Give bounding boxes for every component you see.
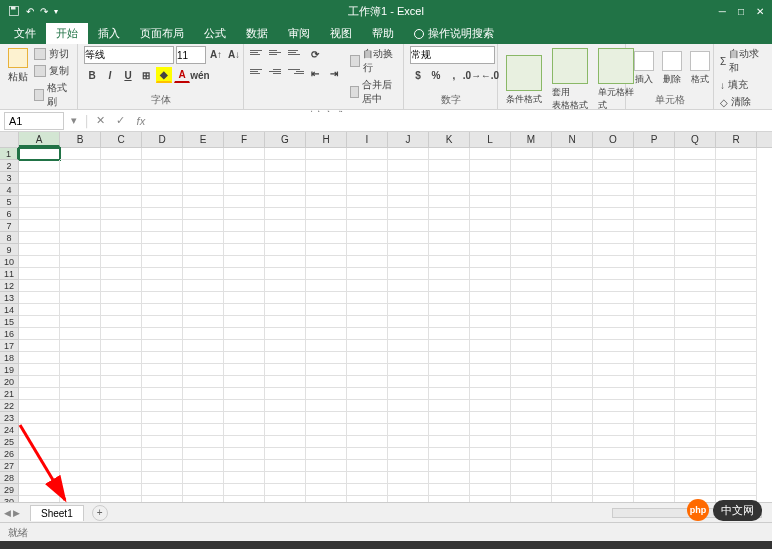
cell[interactable] [675,424,716,436]
cell[interactable] [675,256,716,268]
format-as-table-button[interactable]: 套用 表格格式 [550,46,590,114]
cell[interactable] [511,292,552,304]
cell[interactable] [224,280,265,292]
cell[interactable] [388,388,429,400]
cell[interactable] [306,316,347,328]
cell[interactable] [675,148,716,160]
cell[interactable] [306,256,347,268]
cell[interactable] [60,484,101,496]
cell[interactable] [19,388,60,400]
row-header[interactable]: 5 [0,196,19,208]
cell[interactable] [470,472,511,484]
cell[interactable] [224,448,265,460]
cell[interactable] [470,196,511,208]
cell[interactable] [716,436,757,448]
cell[interactable] [675,196,716,208]
cell[interactable] [224,292,265,304]
cell[interactable] [142,232,183,244]
cell[interactable] [347,304,388,316]
cell[interactable] [347,196,388,208]
cell[interactable] [470,148,511,160]
cell[interactable] [552,208,593,220]
insert-function-icon[interactable]: fx [131,115,151,127]
cell[interactable] [224,208,265,220]
cell[interactable] [470,184,511,196]
cell[interactable] [101,220,142,232]
cell[interactable] [101,448,142,460]
cell[interactable] [552,448,593,460]
row-header[interactable]: 9 [0,244,19,256]
column-header[interactable]: R [716,132,757,147]
font-color-button[interactable]: A [174,67,190,83]
cell[interactable] [60,376,101,388]
cell[interactable] [388,328,429,340]
cell[interactable] [634,436,675,448]
cell[interactable] [142,268,183,280]
tab-审阅[interactable]: 审阅 [278,23,320,44]
cell[interactable] [388,424,429,436]
cell[interactable] [101,304,142,316]
cell[interactable] [470,292,511,304]
cell[interactable] [470,256,511,268]
cell[interactable] [675,184,716,196]
cell[interactable] [388,340,429,352]
cell[interactable] [593,484,634,496]
cell[interactable] [552,460,593,472]
cell[interactable] [675,304,716,316]
align-top-button[interactable] [250,46,266,58]
cell[interactable] [593,196,634,208]
number-format-select[interactable] [410,46,495,64]
redo-icon[interactable]: ↷ [40,6,48,17]
cell[interactable] [552,172,593,184]
enter-formula-icon[interactable]: ✓ [111,114,131,127]
cell[interactable] [716,340,757,352]
cell[interactable] [306,292,347,304]
sheet-nav-next-icon[interactable]: ▶ [13,508,20,518]
cell[interactable] [429,160,470,172]
row-header[interactable]: 26 [0,448,19,460]
cell[interactable] [19,340,60,352]
cell[interactable] [593,172,634,184]
cell[interactable] [716,304,757,316]
cell[interactable] [142,364,183,376]
cell[interactable] [470,208,511,220]
cell[interactable] [675,328,716,340]
cell[interactable] [552,388,593,400]
sheet-tab-sheet1[interactable]: Sheet1 [30,505,84,521]
cell[interactable] [716,412,757,424]
cell[interactable] [347,436,388,448]
cell[interactable] [388,280,429,292]
cell[interactable] [60,424,101,436]
cell[interactable] [429,484,470,496]
cell[interactable] [142,172,183,184]
cell[interactable] [634,268,675,280]
cell[interactable] [388,460,429,472]
cell[interactable] [634,400,675,412]
cell[interactable] [306,424,347,436]
cell[interactable] [634,256,675,268]
cell[interactable] [265,472,306,484]
cell[interactable] [388,436,429,448]
cell[interactable] [19,220,60,232]
comma-format-button[interactable]: , [446,67,462,83]
cell[interactable] [716,328,757,340]
cell[interactable] [265,268,306,280]
cell[interactable] [60,160,101,172]
cell[interactable] [634,220,675,232]
cell[interactable] [470,160,511,172]
cell[interactable] [634,316,675,328]
column-header[interactable]: M [511,132,552,147]
cell[interactable] [511,304,552,316]
cell[interactable] [183,484,224,496]
row-header[interactable]: 28 [0,472,19,484]
row-header[interactable]: 4 [0,184,19,196]
row-header[interactable]: 1 [0,148,19,160]
cell[interactable] [716,448,757,460]
cell[interactable] [60,256,101,268]
cell[interactable] [634,424,675,436]
decrease-font-icon[interactable]: A↓ [226,46,242,62]
cell[interactable] [552,436,593,448]
cell[interactable] [429,460,470,472]
cell[interactable] [552,232,593,244]
row-header[interactable]: 15 [0,316,19,328]
